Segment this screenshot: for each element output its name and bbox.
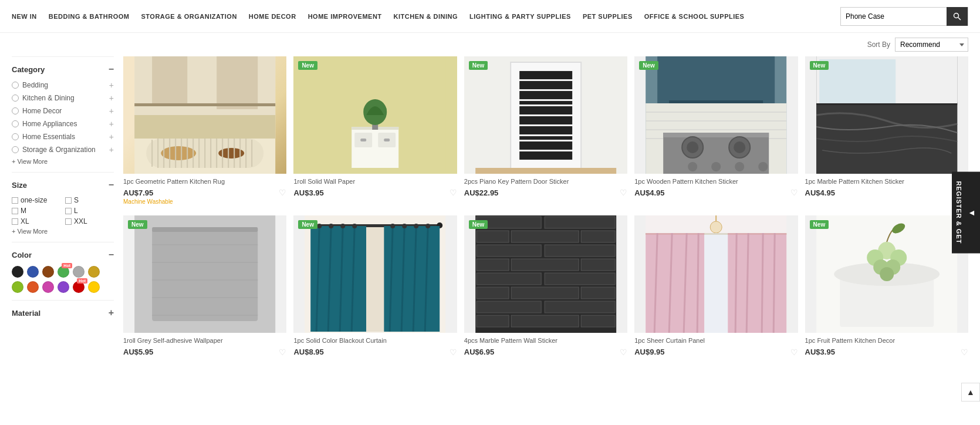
category-collapse-icon[interactable]: − — [109, 64, 114, 75]
product-name-9: 1pc Sheer Curtain Panel — [634, 336, 797, 345]
svg-rect-125 — [511, 259, 579, 271]
new-badge-10: New — [810, 220, 829, 229]
svg-rect-118 — [545, 217, 615, 228]
nav-office[interactable]: OFFICE & SCHOOL SUPPLIES — [644, 13, 745, 20]
nav-pet[interactable]: PET SUPPLIES — [583, 13, 633, 20]
svg-point-111 — [391, 224, 396, 228]
size-l[interactable]: L — [65, 207, 114, 215]
product-wishlist-6[interactable]: ♡ — [279, 348, 286, 357]
color-gold[interactable] — [88, 266, 100, 278]
sort-bar: Sort By Recommend Price Low to High Pric… — [0, 33, 980, 56]
color-header: Color − — [12, 249, 114, 260]
svg-rect-53 — [519, 104, 572, 106]
material-expand-icon[interactable]: + — [109, 308, 114, 318]
product-info-1: 1pc Geometric Pattern Kitchen Rug AU$7.9… — [123, 174, 286, 208]
main-nav: NEW IN BEDDING & BATHROOM STORAGE & ORGA… — [12, 13, 826, 20]
product-card-3[interactable]: New — [464, 56, 627, 208]
new-badge-2: New — [298, 61, 317, 70]
sidebar-category-home-appliances[interactable]: Home Appliances + — [12, 119, 114, 129]
svg-point-76 — [758, 162, 768, 171]
size-m[interactable]: M — [12, 207, 60, 215]
product-price-7: AU$8.95 — [293, 348, 323, 356]
kitchen-expand-icon[interactable]: + — [109, 93, 114, 103]
svg-rect-131 — [581, 287, 615, 299]
size-xxl[interactable]: XXL — [65, 217, 114, 225]
color-purple[interactable] — [58, 281, 69, 293]
product-image-8: New — [464, 215, 627, 333]
svg-rect-122 — [477, 245, 541, 257]
appliances-expand-icon[interactable]: + — [109, 119, 114, 129]
product-wishlist-2[interactable]: ♡ — [450, 188, 457, 197]
sidebar-category-kitchen[interactable]: Kitchen & Dining + — [12, 93, 114, 103]
color-green[interactable]: Hot — [58, 266, 69, 278]
product-card-6[interactable]: New 1roll Grey Self- — [123, 215, 286, 360]
product-wishlist-8[interactable]: ♡ — [620, 348, 627, 357]
product-card-10[interactable]: New — [805, 215, 968, 360]
nav-kitchen[interactable]: KITCHEN & DINING — [394, 13, 458, 20]
product-wishlist-3[interactable]: ♡ — [620, 188, 627, 197]
product-image-2: New — [293, 56, 457, 174]
color-yellow[interactable] — [88, 281, 100, 293]
nav-bedding[interactable]: BEDDING & BATHROOM — [49, 13, 130, 20]
product-card-2[interactable]: New — [293, 56, 457, 208]
product-card-9[interactable]: 1pc Sheer Curtain Panel AU$9.95 ♡ — [634, 215, 797, 360]
color-blue[interactable] — [27, 266, 39, 278]
search-button[interactable] — [947, 7, 968, 26]
nav-home-improvement[interactable]: HOME IMPROVEMENT — [308, 13, 382, 20]
color-collapse-icon[interactable]: − — [109, 249, 114, 260]
home-decor-expand-icon[interactable]: + — [109, 106, 114, 116]
product-price-row-8: AU$6.95 ♡ — [464, 348, 627, 357]
product-card-1[interactable]: 1pc Geometric Pattern Kitchen Rug AU$7.9… — [123, 56, 286, 208]
size-one-size[interactable]: one-size — [12, 196, 60, 204]
nav-storage[interactable]: STORAGE & ORGANIZATION — [141, 13, 236, 20]
size-collapse-icon[interactable]: − — [109, 180, 114, 190]
storage-expand-icon[interactable]: + — [109, 145, 114, 154]
color-black[interactable] — [12, 266, 23, 278]
color-red[interactable]: Hot — [73, 281, 85, 293]
product-card-5[interactable]: New — [805, 56, 968, 208]
color-grey[interactable] — [73, 266, 85, 278]
color-yellow-green[interactable] — [12, 281, 23, 293]
size-section: Size − one-size S M L — [12, 172, 114, 242]
svg-point-113 — [414, 224, 419, 228]
sidebar-category-storage[interactable]: Storage & Organization + — [12, 145, 114, 154]
size-xl[interactable]: XL — [12, 217, 60, 225]
nav-new-in[interactable]: NEW IN — [12, 13, 37, 20]
svg-rect-133 — [545, 301, 615, 313]
product-wishlist-10[interactable]: ♡ — [961, 348, 968, 357]
color-pink[interactable] — [42, 281, 54, 293]
svg-line-145 — [697, 233, 698, 333]
product-wishlist-4[interactable]: ♡ — [790, 188, 798, 197]
search-input[interactable] — [841, 8, 947, 25]
size-s[interactable]: S — [65, 196, 114, 204]
size-view-more[interactable]: + View More — [12, 228, 114, 235]
bedding-expand-icon[interactable]: + — [109, 80, 114, 90]
product-wishlist-9[interactable]: ♡ — [790, 348, 798, 357]
color-brown[interactable] — [42, 266, 54, 278]
product-image-7: New — [293, 215, 457, 333]
material-header: Material + — [12, 308, 114, 318]
sidebar-category-bedding[interactable]: Bedding + — [12, 80, 114, 90]
sidebar-category-essentials[interactable]: Home Essentials + — [12, 132, 114, 141]
product-card-8[interactable]: New — [464, 215, 627, 360]
sort-select[interactable]: Recommend Price Low to High Price High t… — [895, 38, 968, 52]
register-banner[interactable]: ◄ REGISTER & GET — [952, 172, 980, 254]
nav-lighting[interactable]: LIGHTING & PARTY SUPPLIES — [469, 13, 571, 20]
color-orange[interactable] — [27, 281, 39, 293]
main-content: Category − Bedding + Kitchen & Dining + — [0, 56, 980, 367]
product-image-1 — [123, 56, 286, 174]
essentials-expand-icon[interactable]: + — [109, 132, 114, 141]
checkbox-one-size — [12, 197, 18, 204]
svg-rect-121 — [581, 231, 615, 242]
product-card-7[interactable]: New — [293, 215, 457, 360]
product-wishlist-1[interactable]: ♡ — [279, 188, 286, 197]
svg-line-147 — [735, 233, 736, 333]
nav-home-decor[interactable]: HOME DECOR — [249, 13, 296, 20]
color-section: Color − Hot Hot — [12, 242, 114, 300]
sidebar-category-home-decor[interactable]: Home Decor + — [12, 106, 114, 116]
product-wishlist-7[interactable]: ♡ — [450, 348, 457, 357]
checkbox-s — [65, 197, 72, 204]
product-card-4[interactable]: New — [634, 56, 797, 208]
size-grid: one-size S M L XL — [12, 196, 114, 225]
category-view-more[interactable]: + View More — [12, 158, 114, 165]
